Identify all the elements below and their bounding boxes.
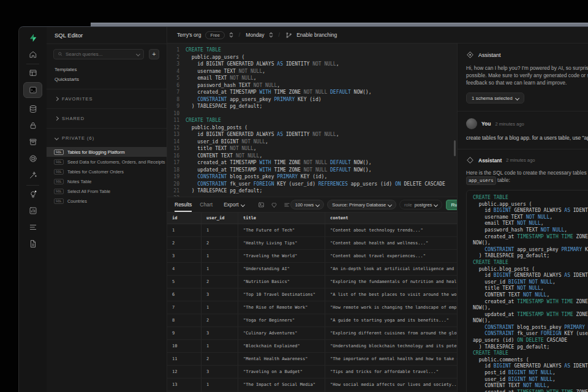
supabase-logo-icon[interactable]	[19, 32, 47, 44]
table-row[interactable]: 11"The Future of Tech""Content about tec…	[167, 224, 457, 237]
table-row[interactable]: 131"The Impact of Social Media""How soci…	[167, 379, 457, 391]
table-row[interactable]: 112"Mental Health Awareness""The importa…	[167, 353, 457, 366]
search-input[interactable]: Search queries...	[53, 49, 144, 59]
database-icon[interactable]	[19, 104, 47, 115]
assistant-reply-intro: Here is the SQL code to create the neces…	[466, 169, 588, 185]
editor-line: 19 CONSTRAINT blog_posts_pkey PRIMARY KE…	[167, 173, 457, 181]
query-item-label: Tables for Blogging Platform	[67, 149, 125, 155]
assistant-name: Assistant	[478, 157, 502, 164]
image-icon[interactable]	[258, 202, 265, 208]
table-cell: "Exploring different cuisines from aroun…	[325, 327, 457, 339]
sql-badge-icon: SQL	[54, 198, 64, 204]
table-row[interactable]: 82"Yoga for Beginners""A guide to starti…	[167, 314, 457, 327]
project-switcher-icon[interactable]	[269, 32, 273, 38]
editor-line: 16 CONTENT TEXT NOT NULL,	[167, 153, 457, 160]
sql-editor-icon[interactable]	[23, 82, 42, 98]
table-row[interactable]: 22"Healthy Living Tips""Content about he…	[167, 237, 457, 250]
table-cell: "Healthy Living Tips"	[238, 237, 325, 249]
table-row[interactable]: 52"Nutrition Basics""Exploring the funda…	[167, 276, 457, 288]
export-button[interactable]: Export	[224, 202, 244, 208]
table-cell: "A guide to starting yoga and its benefi…	[325, 314, 457, 326]
storage-icon[interactable]	[19, 137, 47, 148]
table-cell: "Mental Health Awareness"	[238, 353, 325, 365]
table-cell: "Yoga for Beginners"	[238, 314, 325, 326]
divider	[47, 108, 167, 109]
sidebar-item-templates[interactable]: Templates	[47, 65, 167, 74]
editor-line: 4 username TEXT NOT NULL,	[167, 68, 457, 75]
section-private[interactable]: PRIVATE (6)	[47, 134, 167, 143]
sidebar-item-quickstarts[interactable]: Quickstarts	[47, 75, 167, 84]
new-query-button[interactable]: +	[149, 49, 159, 59]
table-row[interactable]: 71"The Rise of Remote Work""How remote w…	[167, 301, 457, 314]
table-row[interactable]: 41"Understanding AI""An in-depth look at…	[167, 263, 457, 276]
sql-code-editor[interactable]: 1CREATE TABLE2 public.app_users (3 id BI…	[167, 43, 457, 197]
table-row[interactable]: 101"Blockchain Explained""Understanding …	[167, 340, 457, 353]
role-dropdown[interactable]: role postgres	[399, 200, 442, 209]
table-cell: "Nutrition Basics"	[238, 276, 325, 288]
table-cell: 5	[167, 276, 202, 288]
org-name[interactable]: Terry's org	[177, 32, 201, 38]
sidebar-query-item[interactable]: SQLSeed Data for Customers, Orders, and …	[47, 157, 167, 167]
sidebar-query-item[interactable]: SQLTables for Blogging Platform	[47, 147, 167, 157]
sql-badge-icon: SQL	[54, 169, 64, 175]
section-shared[interactable]: SHARED	[47, 114, 167, 123]
sidebar-query-item[interactable]: SQLCountries	[47, 196, 167, 206]
table-row[interactable]: 93"Culinary Adventures""Exploring differ…	[167, 327, 457, 340]
query-item-label: Countries	[67, 198, 87, 204]
search-icon	[58, 51, 63, 57]
results-toolbar: Results Chart Export 100 rows Source: Pr…	[167, 197, 457, 213]
advisors-lightbulb-icon[interactable]	[19, 189, 47, 200]
breadcrumb-separator: /	[279, 32, 281, 38]
table-cell: 1	[202, 224, 238, 236]
table-cell: "How remote work is changing the landsca…	[325, 301, 457, 314]
assistant-header: Assistant	[466, 51, 588, 59]
edge-functions-icon[interactable]	[19, 153, 47, 164]
tab-results[interactable]: Results	[175, 197, 192, 212]
column-header-id: id	[167, 213, 202, 224]
chevron-right-icon	[55, 116, 59, 121]
api-docs-file-icon[interactable]	[19, 238, 47, 249]
schema-selector-button[interactable]: 1 schema selected	[466, 92, 524, 104]
table-cell: "Tips and tricks for affordable travel..…	[325, 366, 457, 378]
table-cell: 3	[202, 366, 238, 378]
logs-list-icon[interactable]	[19, 222, 47, 233]
project-name[interactable]: Monday	[246, 32, 264, 38]
assistant-code-block: CREATE TABLE public.app_users ( id BIGIN…	[466, 190, 588, 392]
realtime-icon[interactable]	[19, 170, 47, 181]
org-switcher-icon[interactable]	[229, 32, 233, 38]
editor-scrollbar[interactable]	[454, 140, 456, 156]
heart-icon[interactable]	[271, 202, 277, 208]
list-icon[interactable]	[284, 202, 290, 208]
home-icon[interactable]	[19, 49, 47, 60]
editor-line: 5 email TEXT NOT NULL,	[167, 75, 457, 82]
sidebar-query-item[interactable]: SQLTables for Customer Orders	[47, 167, 167, 176]
table-cell: 1	[202, 263, 238, 275]
nav-rail	[19, 27, 47, 392]
sidebar-query-item[interactable]: SQLNotes Table	[47, 176, 167, 186]
chevron-down-icon	[55, 136, 59, 140]
table-cell: "How social media affects our lives and …	[325, 379, 457, 391]
user-name: You	[481, 121, 491, 127]
table-cell: 4	[167, 263, 202, 275]
query-item-label: Tables for Customer Orders	[67, 169, 124, 175]
table-cell: "Traveling the World"	[238, 250, 325, 262]
table-row[interactable]: 123"Traveling on a Budget""Tips and tric…	[167, 366, 457, 379]
editor-line: 11CREATE TABLE	[167, 117, 457, 124]
section-favorites[interactable]: FAVORITES	[47, 94, 167, 104]
table-editor-icon[interactable]	[19, 67, 47, 78]
table-cell: "Content about health and wellness..."	[325, 237, 457, 249]
user-message: create tables for a blog app. for a user…	[466, 134, 588, 141]
tab-chart[interactable]: Chart	[200, 197, 213, 212]
sidebar-query-item[interactable]: SQLSelect All From Table	[47, 186, 167, 196]
table-row[interactable]: 63"Top 10 Travel Destinations""A list of…	[167, 288, 457, 301]
rows-limit-dropdown[interactable]: 100 rows	[290, 200, 324, 209]
query-item-label: Select All From Table	[67, 189, 110, 194]
enable-branching-button[interactable]: Enable branching	[296, 32, 337, 38]
reports-chart-icon[interactable]	[19, 205, 47, 216]
assistant-greeting: Hi, how can I help you? I'm powered by A…	[466, 64, 588, 86]
table-row[interactable]: 31"Traveling the World""Content about tr…	[167, 250, 457, 263]
editor-line: 12 public.blog_posts (	[167, 124, 457, 132]
authentication-lock-icon[interactable]	[19, 120, 47, 131]
editor-line: 17 created_at TIMESTAMP WITH TIME ZONE N…	[167, 159, 457, 167]
source-dropdown[interactable]: Source: Primary Database	[327, 200, 396, 209]
